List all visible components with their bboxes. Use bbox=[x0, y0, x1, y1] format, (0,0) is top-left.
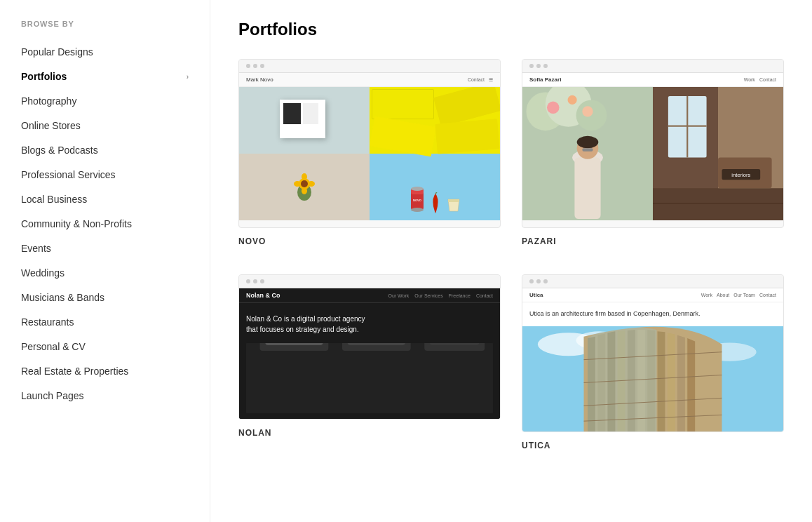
svg-rect-37 bbox=[246, 343, 493, 413]
template-name-utica: UTICA bbox=[522, 441, 784, 450]
sidebar-item-online-stores[interactable]: Online Stores bbox=[21, 114, 189, 138]
dot-1 bbox=[529, 279, 534, 283]
template-card-nolan[interactable]: Nolan & Co Our Work Our Services Freelan… bbox=[238, 274, 501, 450]
dot-2 bbox=[253, 64, 257, 68]
svg-point-2 bbox=[301, 180, 308, 187]
utica-text-area: Utica is an architecture firm based in C… bbox=[522, 302, 783, 326]
novo-preview: NOVO bbox=[239, 87, 500, 227]
svg-point-10 bbox=[411, 208, 424, 212]
sidebar-item-blogs-podcasts[interactable]: Blogs & Podcasts bbox=[21, 139, 189, 162]
dot-1 bbox=[246, 279, 250, 283]
novo-book-visual bbox=[276, 96, 332, 145]
pazari-right-panel: interiors bbox=[653, 87, 783, 220]
svg-point-17 bbox=[576, 100, 607, 130]
svg-rect-31 bbox=[668, 126, 707, 127]
svg-point-4 bbox=[302, 187, 307, 194]
novo-cell-flower bbox=[239, 154, 370, 220]
svg-text:interiors: interiors bbox=[731, 172, 750, 178]
main-content: Portfolios Mark Novo Contact bbox=[210, 0, 812, 522]
dot-2 bbox=[536, 279, 541, 283]
pazari-grid: interiors bbox=[522, 87, 783, 220]
sidebar-item-events[interactable]: Events bbox=[21, 237, 189, 260]
svg-point-9 bbox=[411, 187, 424, 191]
cup-svg bbox=[447, 196, 461, 213]
browser-bar-utica bbox=[522, 275, 783, 288]
novo-cell-book bbox=[239, 87, 370, 154]
svg-point-3 bbox=[302, 173, 307, 180]
sidebar-item-weddings[interactable]: Weddings bbox=[21, 262, 189, 285]
novo-cell-can: NOVO bbox=[370, 154, 500, 220]
can-svg: NOVO bbox=[410, 185, 425, 213]
dot-3 bbox=[260, 64, 264, 68]
pazari-left-panel bbox=[522, 87, 653, 220]
svg-rect-25 bbox=[582, 148, 593, 151]
svg-line-12 bbox=[435, 192, 437, 194]
svg-rect-32 bbox=[653, 188, 783, 220]
nolan-nav: Our Work Our Services Freelance Contact bbox=[388, 293, 493, 298]
utica-building-photo bbox=[522, 326, 783, 431]
chili-svg bbox=[431, 192, 441, 213]
sidebar-item-restaurants[interactable]: Restaurants bbox=[21, 311, 189, 334]
svg-point-20 bbox=[582, 106, 593, 116]
svg-point-19 bbox=[568, 95, 577, 105]
dot-2 bbox=[536, 64, 541, 68]
thumbnail-novo: Mark Novo Contact ☰ bbox=[238, 59, 501, 228]
sidebar-item-professional-services[interactable]: Professional Services bbox=[21, 163, 189, 187]
utica-headline: Utica is an architecture firm based in C… bbox=[529, 309, 776, 319]
novo-top-bar: Mark Novo Contact ☰ bbox=[239, 73, 500, 87]
svg-rect-22 bbox=[574, 157, 600, 219]
sidebar-item-photography[interactable]: Photography bbox=[21, 90, 189, 113]
nolan-header: Nolan & Co Our Work Our Services Freelan… bbox=[239, 288, 500, 303]
template-card-pazari[interactable]: Sofia Pazari Work Contact bbox=[522, 59, 784, 246]
browser-bar-nolan bbox=[239, 275, 500, 288]
sidebar-item-community-nonprofits[interactable]: Community & Non-Profits bbox=[21, 213, 189, 236]
browser-bar-pazari bbox=[522, 60, 783, 73]
novo-cell-yellow bbox=[370, 87, 500, 154]
dot-3 bbox=[543, 279, 548, 283]
svg-text:NOVO: NOVO bbox=[413, 199, 421, 202]
novo-nav-items: Contact ☰ bbox=[468, 77, 493, 83]
sidebar-item-portfolios[interactable]: Portfolios › bbox=[21, 65, 189, 88]
thumbnail-utica: Utica Work About Our Team Contact Utica … bbox=[522, 274, 784, 432]
svg-point-24 bbox=[577, 136, 599, 149]
template-card-novo[interactable]: Mark Novo Contact ☰ bbox=[238, 59, 501, 246]
sidebar-item-popular-designs[interactable]: Popular Designs bbox=[21, 41, 189, 64]
pazari-preview: interiors bbox=[522, 87, 783, 227]
sidebar-item-label: Portfolios bbox=[21, 69, 67, 84]
template-name-pazari: PAZARI bbox=[522, 236, 784, 246]
pazari-top-bar: Sofia Pazari Work Contact bbox=[522, 73, 783, 87]
nolan-photos bbox=[246, 343, 493, 413]
utica-nav-items: Work About Our Team Contact bbox=[701, 293, 776, 297]
sidebar-item-launch-pages[interactable]: Launch Pages bbox=[21, 384, 189, 408]
sidebar-item-musicians-bands[interactable]: Musicians & Bands bbox=[21, 286, 189, 309]
template-card-utica[interactable]: Utica Work About Our Team Contact Utica … bbox=[522, 274, 784, 450]
sidebar-item-local-business[interactable]: Local Business bbox=[21, 188, 189, 211]
nolan-headline: Nolan & Co is a digital product agency t… bbox=[246, 314, 372, 335]
browse-by-label: BROWSE BY bbox=[21, 20, 189, 28]
pazari-nav-items: Work Contact bbox=[744, 77, 776, 82]
sidebar: BROWSE BY Popular Designs Portfolios › P… bbox=[0, 0, 210, 522]
template-name-nolan: NOLAN bbox=[238, 428, 501, 438]
template-name-novo: NOVO bbox=[238, 236, 501, 246]
svg-rect-43 bbox=[430, 343, 479, 345]
svg-point-5 bbox=[294, 181, 301, 187]
svg-rect-13 bbox=[448, 199, 459, 202]
dot-3 bbox=[260, 279, 264, 283]
page-title: Portfolios bbox=[238, 20, 784, 39]
dot-1 bbox=[529, 64, 534, 68]
pazari-site-name: Sofia Pazari bbox=[529, 76, 561, 83]
svg-rect-41 bbox=[348, 343, 405, 345]
sidebar-nav: Popular Designs Portfolios › Photography… bbox=[21, 41, 189, 408]
chevron-right-icon: › bbox=[187, 72, 189, 82]
browser-bar-novo bbox=[239, 60, 500, 73]
flower-svg bbox=[287, 171, 322, 203]
nolan-logo: Nolan & Co bbox=[246, 292, 280, 299]
template-grid: Mark Novo Contact ☰ bbox=[238, 59, 784, 450]
nolan-body: Nolan & Co is a digital product agency t… bbox=[239, 303, 500, 419]
novo-grid: NOVO bbox=[239, 87, 500, 220]
dot-1 bbox=[246, 64, 250, 68]
sidebar-item-personal-cv[interactable]: Personal & CV bbox=[21, 335, 189, 359]
utica-top-bar: Utica Work About Our Team Contact bbox=[522, 288, 783, 302]
sidebar-item-real-estate[interactable]: Real Estate & Properties bbox=[21, 360, 189, 383]
nolan-content: Nolan & Co Our Work Our Services Freelan… bbox=[239, 288, 500, 419]
